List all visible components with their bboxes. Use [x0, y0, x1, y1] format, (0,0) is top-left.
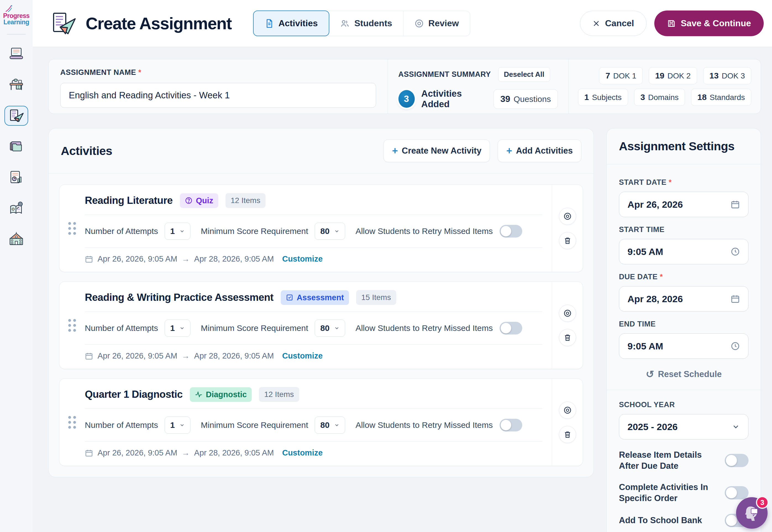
activity-title: Reading & Writing Practice Assessment — [85, 292, 274, 303]
activity-title: Quarter 1 Diagnostic — [85, 389, 183, 400]
chevron-down-icon — [334, 422, 340, 428]
attempts-select[interactable]: 1 — [165, 417, 190, 434]
document-icon — [265, 19, 274, 28]
chevron-down-icon — [179, 325, 185, 331]
min-score-select[interactable]: 80 — [315, 320, 345, 337]
due-date-label: DUE DATE* — [619, 273, 749, 281]
start-time-field[interactable]: 9:05 AM — [619, 239, 749, 264]
assignment-name-input[interactable] — [60, 83, 376, 108]
sidebar-item-dashboard[interactable] — [4, 44, 28, 64]
sidebar-item-folders[interactable] — [4, 137, 28, 157]
page-header: Create Assignment Activities Stud — [33, 0, 772, 47]
delete-activity-button[interactable] — [559, 232, 576, 249]
preview-activity-button[interactable] — [559, 305, 576, 322]
complete-in-order-toggle[interactable] — [725, 486, 749, 499]
create-assignment-icon — [51, 12, 76, 35]
drag-handle[interactable] — [59, 379, 85, 466]
desk-icon — [8, 77, 24, 93]
retry-toggle[interactable] — [500, 225, 522, 238]
add-activities-button[interactable]: + Add Activities — [498, 139, 581, 162]
support-chat-button[interactable]: 3 — [736, 497, 768, 529]
dok2-chip: 19DOK 2 — [649, 67, 697, 84]
schedule-start: Apr 26, 2026, 9:05 AM — [98, 448, 177, 457]
chevron-down-icon — [179, 422, 185, 428]
retry-label: Allow Students to Retry Missed Items — [356, 420, 493, 430]
min-score-select[interactable]: 80 — [315, 223, 345, 240]
create-new-activity-button[interactable]: + Create New Activity — [384, 139, 490, 162]
toggle-label: Add To School Bank — [619, 515, 718, 526]
arrow-icon: → — [182, 254, 190, 264]
sidebar-item-lessons[interactable] — [4, 199, 28, 218]
end-time-field[interactable]: 9:05 AM — [619, 333, 749, 359]
chat-notification-badge: 3 — [756, 496, 769, 509]
start-date-field[interactable]: Apr 26, 2026 — [619, 192, 749, 217]
activities-added-label: Activities Added — [421, 88, 487, 109]
attempts-select[interactable]: 1 — [165, 320, 190, 337]
deselect-all-button[interactable]: Deselect All — [498, 67, 550, 82]
save-icon — [667, 19, 676, 28]
activity-card: Reading Literature Quiz 12 Items — [59, 185, 583, 272]
customize-link[interactable]: Customize — [282, 254, 323, 264]
plus-icon: + — [506, 147, 512, 155]
clock-icon — [731, 247, 740, 256]
cancel-button[interactable]: Cancel — [580, 11, 647, 36]
sidebar-divider — [7, 34, 26, 35]
summary-stat-chips: 7DOK 1 19DOK 2 13DOK 3 1Subjects 3Domain… — [569, 59, 761, 114]
reset-schedule-button[interactable]: ↺ Reset Schedule — [619, 369, 749, 379]
retry-toggle[interactable] — [500, 419, 522, 431]
end-time-label: END TIME — [619, 320, 749, 328]
add-to-school-bank-row: Add To School Bank — [619, 514, 749, 527]
due-date-field[interactable]: Apr 28, 2026 — [619, 286, 749, 312]
retry-toggle[interactable] — [500, 322, 522, 335]
activity-type-badge: Assessment — [281, 290, 349, 305]
attempts-select[interactable]: 1 — [165, 223, 190, 240]
chevron-down-icon — [334, 325, 340, 331]
required-asterisk: * — [138, 68, 141, 77]
delete-activity-button[interactable] — [559, 426, 576, 443]
min-score-select[interactable]: 80 — [315, 417, 345, 434]
preview-activity-button[interactable] — [559, 402, 576, 419]
check-square-icon — [286, 294, 293, 301]
activity-card: Quarter 1 Diagnostic Diagnostic 12 Items — [59, 378, 583, 466]
close-icon — [592, 20, 600, 27]
items-count-chip: 15 Items — [356, 290, 396, 305]
delete-activity-button[interactable] — [559, 329, 576, 346]
drag-dots-icon — [68, 222, 76, 235]
tab-review[interactable]: Review — [403, 11, 470, 36]
sidebar: Progress Learning — [0, 0, 33, 532]
drag-dots-icon — [68, 319, 76, 332]
laptop-icon — [8, 46, 24, 62]
drag-handle[interactable] — [59, 185, 85, 272]
customize-link[interactable]: Customize — [282, 351, 323, 360]
calendar-icon — [85, 449, 93, 457]
sidebar-item-reports[interactable] — [4, 168, 28, 188]
standards-chip: 18Standards — [691, 89, 751, 106]
activity-type-badge: Diagnostic — [190, 387, 252, 402]
save-continue-button[interactable]: Save & Continue — [654, 10, 764, 36]
drag-handle[interactable] — [59, 282, 85, 369]
calendar-icon — [85, 352, 93, 360]
arrow-icon: → — [182, 448, 190, 457]
lesson-book-icon — [8, 201, 24, 217]
tab-activities[interactable]: Activities — [253, 10, 329, 36]
complete-in-order-row: Complete Activities In Specific Order — [619, 482, 749, 504]
reset-icon: ↺ — [646, 369, 654, 379]
toggle-label: Complete Activities In Specific Order — [619, 482, 718, 504]
trash-icon — [564, 236, 571, 245]
rocket-swoosh-icon — [3, 4, 14, 13]
preview-bullseye-icon — [563, 212, 572, 220]
sidebar-item-classroom[interactable] — [4, 75, 28, 95]
subjects-chip: 1Subjects — [578, 89, 628, 106]
customize-link[interactable]: Customize — [282, 448, 323, 457]
school-year-select[interactable]: 2025 - 2026 — [619, 414, 749, 439]
tab-students[interactable]: Students — [329, 11, 403, 36]
attempts-label: Number of Attempts — [85, 227, 158, 236]
sidebar-item-assignments[interactable] — [4, 106, 28, 126]
questions-chip: 39 Questions — [493, 89, 558, 109]
sidebar-item-school[interactable] — [4, 230, 28, 249]
release-item-details-toggle[interactable] — [725, 454, 749, 467]
min-score-label: Minimum Score Requirement — [201, 227, 308, 236]
preview-activity-button[interactable] — [559, 208, 576, 225]
calendar-icon — [731, 200, 740, 209]
progress-learning-logo: Progress Learning — [3, 4, 30, 26]
